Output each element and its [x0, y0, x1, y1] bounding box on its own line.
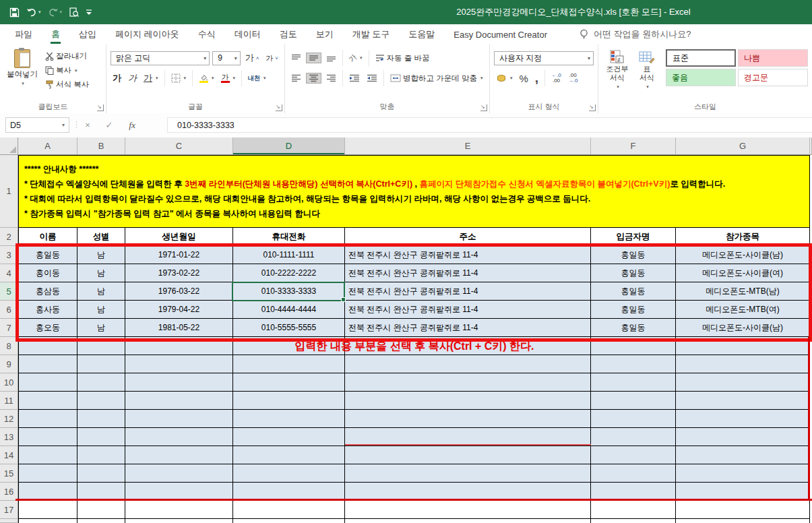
decrease-decimal-button[interactable]: .00→.0 [566, 72, 580, 84]
cell-G15[interactable] [676, 464, 810, 483]
column-header-C[interactable]: C [125, 137, 233, 155]
cell-A15[interactable] [18, 464, 77, 483]
ribbon-tab[interactable]: 개발 도구 [343, 24, 400, 44]
cell-F16[interactable] [591, 483, 676, 501]
cell-G9[interactable] [676, 355, 810, 373]
undo-icon[interactable]: ▾ [26, 8, 41, 17]
cell-B14[interactable] [77, 446, 125, 464]
phonetic-button[interactable]: 내천 [246, 73, 268, 84]
row-header-11[interactable]: 11 [0, 392, 18, 410]
cell-C2[interactable]: 생년월일 [125, 228, 233, 246]
cell-notice-a1[interactable]: ***** 안내사항 ****** * 단체접수 엑셀양식에 단체원을 입력한 … [18, 155, 810, 228]
cell-D10[interactable] [233, 373, 345, 392]
cell-G5[interactable]: 메디오폰도-MTB(남) [676, 282, 810, 301]
cell-G13[interactable] [676, 428, 810, 446]
cell-B9[interactable] [77, 355, 125, 373]
cell-F4[interactable]: 홍일동 [591, 264, 676, 282]
ribbon-tab[interactable]: 파일 [5, 24, 42, 44]
cell-E11[interactable] [345, 392, 591, 410]
cell-D8[interactable] [233, 337, 345, 355]
cell-D7[interactable]: 010-5555-5555 [233, 319, 345, 337]
cell-B4[interactable]: 남 [77, 264, 125, 282]
redo-icon[interactable]: ▾ [48, 8, 63, 17]
cell-F17[interactable] [591, 501, 676, 519]
ribbon-tab[interactable]: 도움말 [399, 24, 444, 44]
ribbon-tab[interactable]: 페이지 레이아웃 [106, 24, 189, 44]
row-header-14[interactable]: 14 [0, 446, 18, 464]
formula-input[interactable]: 010-3333-3333 [167, 117, 812, 133]
format-as-table-button[interactable]: 표 서식 [632, 48, 662, 91]
column-header-G[interactable]: G [676, 137, 810, 155]
cell-B18[interactable] [77, 519, 125, 523]
italic-button[interactable]: 가 [126, 71, 139, 85]
cell-A2[interactable]: 이름 [18, 228, 77, 246]
ribbon-tab[interactable]: 수식 [189, 24, 225, 44]
cell-E4[interactable]: 전북 전주시 완산구 콩쥐팥쥐로 11-4 [345, 264, 591, 282]
cell-F6[interactable]: 홍일동 [591, 301, 676, 319]
select-all-corner[interactable] [0, 137, 18, 155]
cell-E9[interactable] [345, 355, 591, 373]
cell-G12[interactable] [676, 410, 810, 428]
column-header-B[interactable]: B [77, 137, 125, 155]
ribbon-tab[interactable]: 검토 [270, 24, 307, 44]
row-header-2[interactable]: 2 [0, 228, 18, 246]
fill-color-button[interactable] [197, 73, 216, 84]
number-dialog-launcher[interactable]: ↘ [589, 104, 596, 111]
cell-C17[interactable] [125, 501, 233, 519]
decrease-indent-button[interactable] [347, 73, 362, 83]
ribbon-tab[interactable]: 보기 [307, 24, 343, 44]
column-header-F[interactable]: F [591, 137, 676, 155]
cell-A18[interactable] [18, 519, 77, 523]
increase-indent-button[interactable] [365, 73, 379, 83]
cell-F7[interactable]: 홍일동 [591, 319, 676, 337]
cell-D4[interactable]: 010-2222-2222 [233, 264, 345, 282]
borders-button[interactable] [169, 73, 189, 84]
cell-D11[interactable] [233, 392, 345, 410]
cell-A6[interactable]: 홍사동 [18, 301, 77, 319]
cell-F18[interactable] [591, 519, 676, 523]
cell-A9[interactable] [18, 355, 77, 373]
cell-G16[interactable] [676, 483, 810, 501]
cell-C4[interactable]: 1973-02-22 [125, 264, 233, 282]
cell-A13[interactable] [18, 428, 77, 446]
align-right-button[interactable] [324, 73, 338, 83]
cell-C11[interactable] [125, 392, 233, 410]
align-top-button[interactable] [289, 53, 303, 63]
cell-style-option[interactable]: 표준 [666, 49, 736, 67]
ribbon-tab[interactable]: 홈 [42, 24, 69, 44]
cell-C9[interactable] [125, 355, 233, 373]
row-header-15[interactable]: 15 [0, 464, 18, 483]
cell-E6[interactable]: 전북 전주시 완산구 콩쥐팥쥐로 11-4 [345, 301, 591, 319]
tell-me-search[interactable]: 어떤 작업을 원하시나요? [580, 24, 691, 44]
accounting-format-button[interactable] [494, 73, 515, 84]
ribbon-tab[interactable]: 데이터 [225, 24, 270, 44]
cell-style-option[interactable]: 좋음 [666, 69, 736, 86]
cell-B3[interactable]: 남 [77, 246, 125, 264]
cell-G10[interactable] [676, 373, 810, 392]
name-box[interactable]: D5 [5, 117, 69, 133]
save-icon[interactable] [9, 7, 20, 18]
cell-F5[interactable]: 홍일동 [591, 282, 676, 301]
conditional-formatting-button[interactable]: ≠ 조건부 서식 [602, 48, 632, 91]
alignment-dialog-launcher[interactable]: ↘ [480, 104, 487, 111]
cell-G3[interactable]: 메디오폰도-사이클(남) [676, 246, 810, 264]
cell-E13[interactable] [345, 428, 591, 446]
cancel-icon[interactable]: × [78, 117, 97, 133]
cell-A11[interactable] [18, 392, 77, 410]
font-color-button[interactable]: 가 [219, 73, 238, 84]
cell-B7[interactable]: 남 [77, 319, 125, 337]
cell-C5[interactable]: 1976-03-22 [125, 282, 233, 301]
cell-E12[interactable] [345, 410, 591, 428]
ribbon-tab[interactable]: Easy Document Creator [444, 24, 557, 44]
cell-E7[interactable]: 전북 전주시 완산구 콩쥐팥쥐로 11-4 [345, 319, 591, 337]
cell-E17[interactable] [345, 501, 591, 519]
cell-style-option[interactable]: 나쁨 [738, 49, 808, 67]
cell-E16[interactable] [345, 483, 591, 501]
cell-G18[interactable] [676, 519, 810, 523]
cell-B17[interactable] [77, 501, 125, 519]
cell-G11[interactable] [676, 392, 810, 410]
cell-B15[interactable] [77, 464, 125, 483]
cell-G8[interactable] [676, 337, 810, 355]
copy-button[interactable]: 복사 [43, 65, 91, 76]
format-painter-button[interactable]: 서식 복사 [43, 79, 91, 90]
